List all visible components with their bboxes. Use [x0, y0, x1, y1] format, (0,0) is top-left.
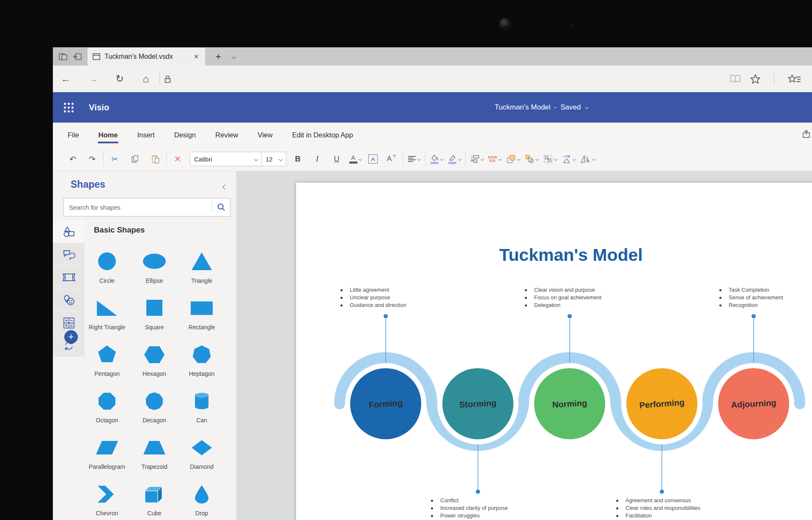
share-icon[interactable] — [802, 129, 811, 140]
shape-hexagon[interactable]: Hexagon — [131, 339, 178, 386]
font-family-select[interactable]: Calibri — [190, 152, 262, 166]
tab-title: Tuckman's Model.vsdx — [104, 53, 188, 60]
add-stencil-button[interactable]: + — [64, 330, 78, 344]
shape-octagon[interactable]: Octagon — [83, 386, 131, 432]
clear-formatting-button[interactable]: A↰ — [384, 151, 399, 167]
shape-search-box — [63, 198, 230, 216]
tab-insert[interactable]: Insert — [137, 123, 154, 147]
shape-heptagon[interactable]: Heptagon — [178, 339, 225, 386]
drawing-page[interactable]: Tuckman's Model — [296, 183, 812, 520]
shape-right-triangle[interactable]: Right Triangle — [83, 293, 131, 339]
tab-edit-in-desktop-app[interactable]: Edit in Desktop App — [292, 123, 353, 147]
shape-chevron[interactable]: Chevron — [83, 479, 131, 520]
shape-parallelogram[interactable]: Parallelogram — [83, 432, 131, 479]
close-tab-icon[interactable]: ✕ — [192, 53, 200, 60]
shape-drop[interactable]: Drop — [178, 479, 225, 520]
stencil-section-title: Basic Shapes — [94, 225, 145, 235]
refresh-button[interactable]: ↻ — [110, 73, 129, 85]
font-family-value: Calibri — [194, 156, 212, 163]
address-separator — [159, 73, 160, 85]
fill-color-button[interactable] — [429, 151, 444, 167]
collapse-panel-icon[interactable] — [223, 183, 227, 191]
cut-button[interactable]: ✂ — [107, 151, 122, 167]
app-name: Visio — [89, 103, 109, 112]
position-button[interactable] — [469, 151, 484, 167]
tab-view[interactable]: View — [258, 123, 272, 147]
drawing-canvas[interactable]: Tuckman's Model — [237, 171, 812, 520]
office-app-bar: Visio Tuckman's Model - Saved — [53, 92, 812, 123]
forward-button[interactable]: → — [84, 73, 103, 85]
stencil-basic-shapes[interactable] — [53, 220, 85, 243]
favorite-star-icon[interactable] — [750, 74, 760, 84]
nav-right-separator — [774, 73, 774, 85]
send-backward-button[interactable] — [524, 151, 539, 167]
tab-file[interactable]: File — [68, 123, 79, 147]
shape-diamond[interactable]: Diamond — [178, 432, 225, 479]
flip-button[interactable] — [580, 151, 595, 167]
shape-search-input[interactable] — [64, 204, 212, 211]
back-button[interactable]: ← — [56, 73, 75, 85]
new-tab-button[interactable]: + — [215, 52, 221, 62]
tuckman-diagram: Forming Storming Norming Performing Adjo… — [296, 183, 812, 520]
tab-list-chevron-icon[interactable] — [232, 55, 236, 59]
shape-trapezoid[interactable]: Trapezoid — [131, 432, 178, 479]
rotate-button[interactable] — [562, 151, 576, 167]
align-button[interactable] — [407, 151, 421, 167]
tab-preview-icon[interactable] — [59, 53, 67, 60]
bold-button[interactable]: B — [291, 151, 305, 167]
app-launcher-icon[interactable] — [64, 103, 74, 112]
delete-button[interactable]: ✕ — [170, 151, 185, 167]
font-size-select[interactable]: 12 — [262, 152, 286, 166]
shape-decagon[interactable]: Decagon — [131, 386, 178, 432]
shape-square[interactable]: Square — [131, 293, 178, 339]
shapes-panel: Shapes — [53, 171, 237, 520]
line-color-button[interactable] — [447, 151, 461, 167]
group-button[interactable] — [543, 151, 557, 167]
tab-design[interactable]: Design — [174, 123, 196, 147]
copy-button[interactable] — [128, 151, 142, 167]
redo-button[interactable]: ↷ — [85, 151, 99, 167]
tab-home[interactable]: Home — [99, 123, 118, 147]
browser-tab-bar: Tuckman's Model.vsdx ✕ + — [53, 47, 812, 66]
tab-actions — [53, 48, 88, 66]
underline-button[interactable]: U — [329, 151, 344, 167]
document-icon — [93, 53, 100, 60]
reading-view-icon[interactable] — [730, 74, 741, 83]
stencil-callouts[interactable] — [53, 243, 85, 265]
title-separator: - — [554, 103, 557, 112]
bring-forward-button[interactable] — [506, 151, 520, 167]
stencil-ideas[interactable] — [53, 289, 85, 311]
shape-circle[interactable]: Circle — [83, 246, 131, 293]
ribbon-tab-bar: File Home Insert Design Review View Edit… — [53, 123, 812, 147]
stage-label-norming: Norming — [552, 398, 587, 409]
shape-ellipse[interactable]: Ellipse — [131, 246, 178, 293]
annotation-forming: Little agreement Unclear purpose Guidanc… — [338, 287, 406, 309]
font-size-value: 12 — [266, 156, 273, 163]
document-title: Tuckman's Model — [495, 103, 551, 112]
nav-right-actions — [730, 73, 812, 85]
save-status-chevron-icon — [585, 106, 588, 109]
annotation-storming: Conflict Increased clarity of purpose Po… — [429, 497, 508, 520]
shape-rectangle[interactable]: Rectangle — [178, 293, 225, 339]
browser-tab[interactable]: Tuckman's Model.vsdx ✕ — [88, 48, 205, 66]
paste-button[interactable] — [148, 151, 162, 167]
connector-spacing-button[interactable] — [487, 151, 502, 167]
browser-nav-bar: ← → ↻ ⌂ — [53, 66, 812, 92]
font-color-button[interactable]: A — [348, 151, 362, 167]
set-tabs-aside-icon[interactable] — [73, 53, 82, 60]
shape-can[interactable]: Can — [178, 386, 225, 432]
favorites-hub-icon[interactable] — [788, 74, 801, 84]
home-button[interactable]: ⌂ — [137, 73, 155, 85]
shape-triangle[interactable]: Triangle — [178, 246, 225, 293]
undo-button[interactable]: ↶ — [66, 151, 80, 167]
document-title-bar[interactable]: Tuckman's Model - Saved — [495, 103, 588, 112]
text-block-button[interactable]: A — [366, 151, 380, 167]
stencil-strip — [53, 220, 85, 520]
shape-pentagon[interactable]: Pentagon — [83, 339, 131, 386]
webcam — [499, 18, 511, 30]
search-icon[interactable] — [212, 203, 230, 211]
shape-cube[interactable]: Cube — [131, 479, 178, 520]
italic-button[interactable]: I — [310, 151, 324, 167]
tab-review[interactable]: Review — [215, 123, 238, 147]
stencil-banners[interactable] — [53, 266, 85, 288]
